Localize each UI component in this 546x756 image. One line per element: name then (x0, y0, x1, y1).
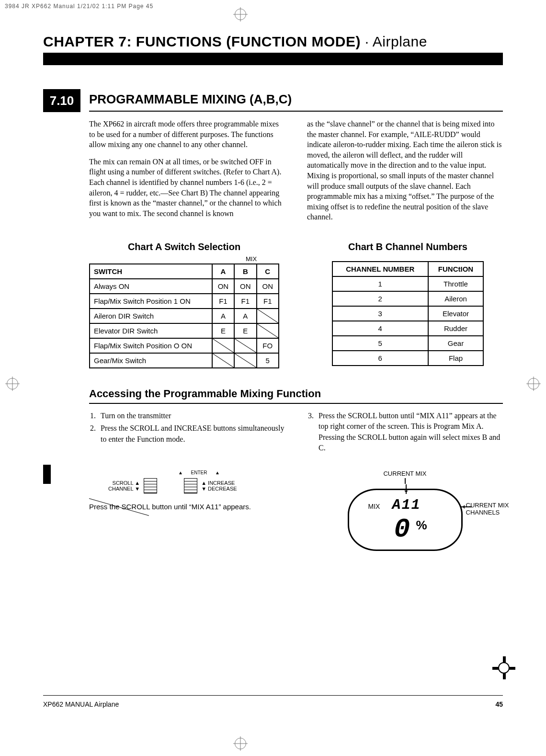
table-row: Aileron DIR Switch A A (90, 309, 279, 323)
empty-slash-cell (234, 338, 256, 353)
chart-b-title: Chart B Channel Numbers (313, 241, 503, 252)
scroll-label: SCROLL (113, 480, 134, 486)
chart-a-h2: B (234, 264, 256, 279)
chart-b-block: Chart B Channel Numbers CHANNEL NUMBER F… (313, 241, 503, 368)
steps-right: Press the SCROLL button until “MIX A11” … (307, 411, 503, 456)
chapter-band (43, 53, 503, 65)
lcd-right-note: CURRENT MIX CHANNELS (466, 502, 519, 516)
table-row: 3Elevator (332, 306, 484, 321)
chapter-title: CHAPTER 7: FUNCTIONS (FUNCTION MODE) · A… (43, 34, 503, 50)
lcd-block: CURRENT MIX MIX A11 0 % CURRENT MIX CHAN… (307, 470, 503, 556)
chart-a-block: Chart A Switch Selection MIX SWITCH A B … (89, 241, 279, 368)
decrease-label: DECREASE (208, 486, 237, 492)
section-heading: PROGRAMMABLE MIXING (A,B,C) (89, 89, 503, 112)
table-row: 4Rudder (332, 321, 484, 336)
table-row: Gear/Mix Switch 5 (90, 353, 279, 368)
empty-slash-cell (212, 338, 234, 353)
step-item: Press the SCROLL and INCREASE buttons si… (98, 423, 285, 445)
subsection-heading: Accessing the Programmable Mixing Functi… (89, 388, 503, 404)
body-para: as the “slave channel” or the channel th… (307, 119, 503, 222)
lcd-code: A11 (392, 497, 421, 513)
empty-slash-cell (257, 309, 279, 323)
page-number: 45 (495, 700, 503, 708)
lcd-top-label: CURRENT MIX (307, 470, 503, 477)
button-stack-icon (144, 478, 157, 493)
table-row: Flap/Mix Switch Position O ON FO (90, 338, 279, 353)
button-stack-icon (184, 478, 197, 493)
transmitter-diagram: ▲ ENTER ▲ SCROLL ▲ CHANNEL ▼ ▲ INCREASE … (89, 470, 285, 511)
table-row: Elevator DIR Switch E E (90, 323, 279, 338)
chart-a-h3: C (257, 264, 279, 279)
chart-a-table: SWITCH A B C Always ON ON ON ON Flap/Mix… (89, 263, 279, 368)
lcd-value: 0 (394, 514, 411, 545)
charts-row: Chart A Switch Selection MIX SWITCH A B … (89, 241, 503, 368)
chart-a-h1: A (212, 264, 234, 279)
chapter-title-suffix: Airplane (373, 34, 427, 49)
lcd-mix-label: MIX (368, 503, 380, 510)
chapter-title-prefix: CHAPTER 7: FUNCTIONS (FUNCTION MODE) (43, 34, 361, 49)
body-columns: The XP662 in aircraft mode offers three … (89, 119, 503, 229)
crop-target-bottom (235, 738, 246, 749)
footer-left: XP662 MANUAL Airplane (43, 700, 119, 708)
table-row: 6Flap (332, 351, 484, 366)
table-row: 1Throttle (332, 276, 484, 291)
chapter-title-sep: · (361, 34, 373, 49)
table-row: 5Gear (332, 336, 484, 351)
table-row: 2Aileron (332, 291, 484, 306)
empty-slash-cell (257, 323, 279, 338)
section-header-row: 7.10 PROGRAMMABLE MIXING (A,B,C) (43, 89, 503, 112)
empty-slash-cell (234, 353, 256, 368)
crop-target-top (235, 9, 246, 20)
body-para: The XP662 in aircraft mode offers three … (89, 119, 285, 150)
crop-target-right (528, 378, 539, 389)
steps-left: Turn on the transmitter Press the SCROLL… (89, 411, 285, 456)
body-para: The mix can remain ON at all times, or b… (89, 157, 285, 219)
section-number-badge: 7.10 (43, 89, 80, 112)
chart-b-table: CHANNEL NUMBER FUNCtION 1Throttle 2Ailer… (332, 261, 484, 366)
enter-label: ENTER (191, 470, 207, 475)
steps-columns: Turn on the transmitter Press the SCROLL… (89, 411, 503, 456)
table-row: Always ON ON ON ON (90, 279, 279, 294)
margin-tab (43, 465, 51, 484)
table-header-row: SWITCH A B C (90, 264, 279, 279)
table-header-row: CHANNEL NUMBER FUNCtION (332, 262, 484, 276)
step-item: Press the SCROLL button until “MIX A11” … (316, 411, 503, 454)
crop-target-left (7, 378, 18, 389)
chart-a-mix-label: MIX (223, 255, 279, 263)
increase-label: INCREASE (208, 480, 235, 486)
print-job-header: 3984 JR XP662 Manual 1/21/02 1:11 PM Pag… (0, 0, 546, 10)
chart-a-title: Chart A Switch Selection (89, 241, 279, 252)
body-left-column: The XP662 in aircraft mode offers three … (89, 119, 285, 229)
channel-label: CHANNEL (108, 486, 133, 492)
diagram-row: ▲ ENTER ▲ SCROLL ▲ CHANNEL ▼ ▲ INCREASE … (89, 470, 503, 556)
step-item: Turn on the transmitter (98, 411, 285, 421)
body-right-column: as the “slave channel” or the channel th… (307, 119, 503, 229)
table-row: Flap/Mix Switch Position 1 ON F1 F1 F1 (90, 294, 279, 309)
lcd-screen: MIX A11 0 % CURRENT MIX CHANNELS (348, 489, 463, 551)
lcd-percent: % (416, 518, 427, 533)
arrow-down-icon (406, 484, 407, 494)
chart-a-h0: SWITCH (90, 264, 212, 279)
empty-slash-cell (212, 353, 234, 368)
page-footer: XP662 MANUAL Airplane 45 (43, 695, 503, 708)
